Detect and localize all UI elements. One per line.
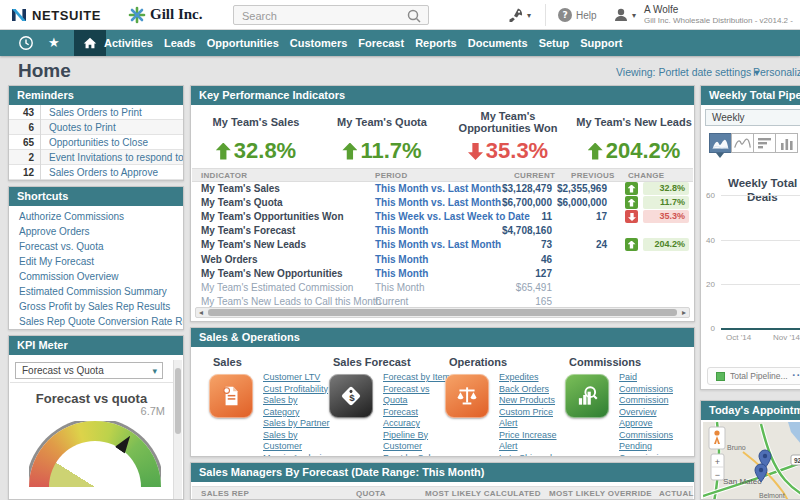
search-input[interactable] <box>234 7 404 25</box>
link[interactable]: Forecast Accuracy <box>383 407 420 429</box>
shortcuts-portlet: Shortcuts Authorize Commissions Approve … <box>8 186 184 330</box>
kpi-title: Key Performance Indicators <box>191 86 694 105</box>
scrollbar-thumb[interactable] <box>208 309 677 316</box>
down-arrow-icon <box>468 143 483 160</box>
legend-swatch-icon <box>716 372 725 381</box>
scales-icon[interactable] <box>445 374 489 418</box>
recent-records-icon[interactable] <box>18 35 34 51</box>
up-arrow-icon <box>342 143 357 160</box>
link[interactable]: Customer LTV <box>263 372 320 382</box>
chart-type-line-button[interactable] <box>731 133 754 153</box>
kpi-table-row: My Team's Opportunities WonThis Week vs.… <box>191 210 694 224</box>
shortcut-link[interactable]: Approve Orders <box>19 226 90 237</box>
zoom-out-icon[interactable]: − <box>715 470 720 480</box>
chart-type-vbar-button[interactable] <box>775 133 798 153</box>
nav-item-documents[interactable]: Documents <box>468 37 528 49</box>
zoom-in-icon[interactable]: + <box>715 457 720 467</box>
link[interactable]: New Products <box>499 395 555 405</box>
nav-home-tab[interactable] <box>74 30 106 56</box>
quick-create-caret-icon[interactable]: ▾ <box>527 11 531 20</box>
link[interactable]: Frcst by Sales <box>383 453 440 458</box>
kpi-table-row: My Team's ForecastThis Month$4,708,160 <box>191 224 694 238</box>
user-name[interactable]: A Wolfe <box>644 4 678 15</box>
link[interactable]: Forecast vs Quota <box>383 384 430 406</box>
reminder-row[interactable]: 43Sales Orders to Print <box>9 105 183 120</box>
reminder-row[interactable]: 6Quotes to Print <box>9 120 183 135</box>
pipeline-legend: Total Pipeline... ··· M <box>707 367 800 385</box>
user-menu-caret-icon[interactable]: ▾ <box>632 11 636 20</box>
nav-item-activities[interactable]: Activities <box>104 37 153 49</box>
nav-item-opportunities[interactable]: Opportunities <box>207 37 279 49</box>
map-label-bruno: Bruno <box>727 444 746 451</box>
link[interactable]: Sales by Customer <box>263 430 302 452</box>
quick-create-icon[interactable] <box>508 7 524 23</box>
scrollbar-thumb[interactable] <box>175 368 181 434</box>
nav-item-reports[interactable]: Reports <box>415 37 457 49</box>
map-zoom-control[interactable]: + − <box>711 454 724 480</box>
help-label[interactable]: Help <box>576 10 597 21</box>
group-heading-operations: Operations <box>449 356 507 368</box>
help-icon[interactable]: ? <box>558 8 572 22</box>
commissions-links: Paid Commissions Commission Overview App… <box>619 372 691 457</box>
nav-item-setup[interactable]: Setup <box>539 37 570 49</box>
link[interactable]: Commission Overview <box>619 395 669 417</box>
shortcut-link[interactable]: Forecast vs. Quota <box>19 241 103 252</box>
chart-type-hbar-button[interactable] <box>753 133 776 153</box>
map-label-san-mateo: San Mateo <box>723 477 762 486</box>
pipeline-range-select[interactable]: Weekly <box>705 109 800 126</box>
shortcut-link[interactable]: Sales Rep Quote Conversion Rate Results <box>19 316 184 327</box>
reminder-row[interactable]: 12Sales Orders to Approve <box>9 165 183 180</box>
link[interactable]: Pending Commissions <box>619 441 673 457</box>
shortcut-link[interactable]: Estimated Commission Summary <box>19 286 167 297</box>
home-icon <box>82 35 98 51</box>
sales-document-icon[interactable] <box>209 374 253 418</box>
link[interactable]: Price Increase Alert <box>499 430 557 452</box>
shortcut-link[interactable]: Commission Overview <box>19 271 118 282</box>
shortcuts-star-icon[interactable]: ★ <box>48 35 60 50</box>
link[interactable]: Late Shipped <box>499 453 552 458</box>
link[interactable]: Approve Commissions <box>619 418 673 440</box>
link[interactable]: Forecast by Item <box>383 372 450 382</box>
reminders-portlet: Reminders 43Sales Orders to Print 6Quote… <box>8 85 184 181</box>
link[interactable]: Margin Analysis <box>263 453 326 458</box>
shortcut-link[interactable]: Authorize Commissions <box>19 211 124 222</box>
link[interactable]: Cust Profitability <box>263 384 328 394</box>
up-arrow-icon <box>216 143 231 160</box>
user-avatar-icon[interactable] <box>612 6 630 24</box>
search-icon[interactable] <box>406 8 422 24</box>
kpi-meter-scrollbar[interactable] <box>173 360 182 499</box>
shortcut-link[interactable]: Edit My Forecast <box>19 256 94 267</box>
chart-magnifier-icon[interactable] <box>565 374 609 418</box>
nav-item-customers[interactable]: Customers <box>290 37 347 49</box>
link[interactable]: Sales by Category <box>263 395 300 417</box>
shortcut-link[interactable]: Gross Profit by Sales Rep Results <box>19 301 170 312</box>
gauge-panel: Forecast vs quota 6.7M 4.7M <box>10 382 173 499</box>
link[interactable]: Paid Commissions <box>619 372 673 394</box>
map-pegman-control[interactable] <box>709 427 725 449</box>
chart-type-area-button[interactable] <box>709 133 732 153</box>
link[interactable]: Sales by Partner <box>263 418 330 428</box>
reminder-row[interactable]: 65Opportunities to Close <box>9 135 183 150</box>
personalize-link[interactable]: Personalize <box>753 66 800 78</box>
price-tag-icon[interactable]: $ <box>329 374 373 418</box>
viewing-settings-link[interactable]: Viewing: Portlet date settings ▾ <box>616 66 759 78</box>
scroll-right-icon[interactable]: ▸ <box>682 307 686 318</box>
kpi-horizontal-scrollbar[interactable]: ◂ ▸ <box>195 307 690 318</box>
nav-item-support[interactable]: Support <box>580 37 622 49</box>
link[interactable]: Custom Price Alert <box>499 407 553 429</box>
select-caret-icon: ▾ <box>152 364 157 379</box>
sales-links: Customer LTV Cust Profitability Sales by… <box>263 372 335 457</box>
reminder-row[interactable]: 2Event Invitations to respond to <box>9 150 183 165</box>
appointments-map[interactable]: 92 Bruno San Mateo Belmont Redwood Half … <box>703 422 800 500</box>
kpi-meter-select[interactable]: Forecast vs Quota ▾ <box>15 362 163 379</box>
kpi-table-row: My Team's New OpportunitiesThis Month127 <box>191 267 694 281</box>
link[interactable]: Expedites <box>499 372 539 382</box>
link[interactable]: Back Orders <box>499 384 549 394</box>
sales-managers-table-header: SALES REP QUOTA MOST LIKELY CALCULATED M… <box>192 486 693 500</box>
scroll-left-icon[interactable]: ◂ <box>199 307 203 318</box>
link[interactable]: Pipeline By Customer <box>383 430 428 452</box>
nav-item-leads[interactable]: Leads <box>164 37 196 49</box>
nav-item-forecast[interactable]: Forecast <box>358 37 404 49</box>
gridline <box>721 240 800 241</box>
netsuite-logo-icon[interactable] <box>10 6 28 24</box>
